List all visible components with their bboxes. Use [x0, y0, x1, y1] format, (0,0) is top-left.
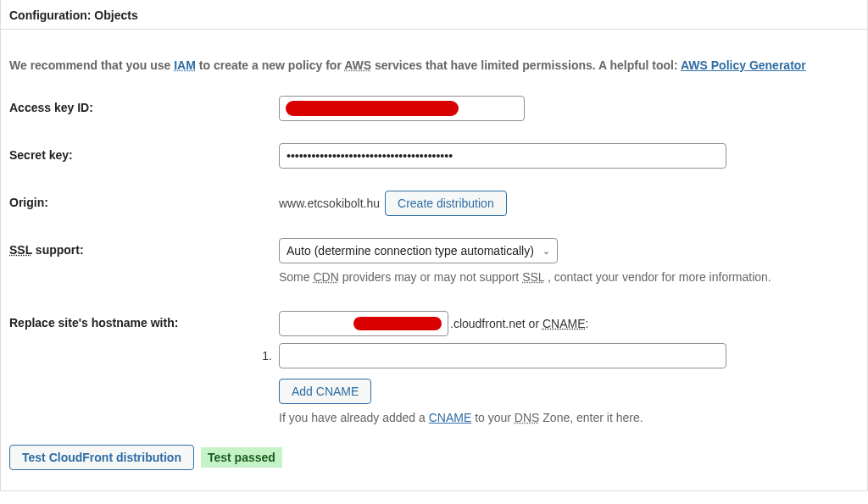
test-passed-badge: Test passed	[201, 447, 282, 468]
text: to your	[475, 411, 515, 424]
secret-key-input[interactable]	[279, 143, 726, 169]
row-hostname: Replace site's hostname with: .cloudfron…	[9, 311, 859, 424]
recommendation-text: We recommend that you use IAM to create …	[9, 58, 859, 72]
cname-index: 1.	[248, 349, 272, 363]
origin-value: www.etcsokibolt.hu	[279, 197, 380, 210]
row-access-key: Access key ID:	[9, 96, 859, 121]
create-distribution-button[interactable]: Create distribution	[385, 191, 507, 216]
text: Some	[279, 270, 313, 284]
cname-help-text: If you have already added a CNAME to you…	[279, 411, 859, 424]
ssl-select[interactable]: Auto (determine connection type automati…	[279, 238, 558, 263]
text: services that have limited permissions. …	[375, 58, 681, 72]
hostname-line: .cloudfront.net or CNAME:	[279, 311, 859, 336]
label-access-key: Access key ID:	[9, 96, 279, 114]
content-area: We recommend that you use IAM to create …	[1, 30, 867, 490]
cname-row-1: 1.	[279, 343, 859, 368]
cname-input-1[interactable]	[279, 343, 726, 368]
text: support:	[32, 243, 84, 257]
text: If you have already added a	[279, 411, 429, 424]
hostname-suffix: .cloudfront.net or CNAME:	[450, 317, 588, 330]
redaction-overlay-host	[279, 311, 448, 336]
text: Zone, enter it here.	[542, 411, 643, 424]
field-hostname: .cloudfront.net or CNAME: 1. Add CNAME I…	[279, 311, 859, 424]
ssl-selected-text: Auto (determine connection type automati…	[287, 244, 534, 258]
add-cname-area: Add CNAME	[279, 379, 859, 404]
text: :	[586, 317, 589, 330]
ssl-abbr-2: SSL	[522, 270, 544, 284]
add-cname-button[interactable]: Add CNAME	[279, 379, 371, 404]
label-ssl: SSL support:	[9, 238, 279, 257]
ssl-help-text: Some CDN providers may or may not suppor…	[279, 270, 859, 284]
text: to create a new policy for	[199, 58, 344, 72]
ssl-abbr: SSL	[9, 243, 32, 257]
field-origin: www.etcsokibolt.hu Create distribution	[279, 191, 859, 216]
cdn-abbr: CDN	[313, 270, 338, 284]
footer-row: Test CloudFront distribution Test passed	[9, 445, 859, 470]
dns-abbr: DNS	[515, 411, 540, 424]
config-objects-page: Configuration: Objects We recommend that…	[0, 0, 868, 491]
row-ssl: SSL support: Auto (determine connection …	[9, 238, 859, 284]
page-title: Configuration: Objects	[1, 0, 867, 30]
test-cloudfront-button[interactable]: Test CloudFront distribution	[9, 445, 194, 470]
iam-link[interactable]: IAM	[174, 58, 196, 72]
label-hostname: Replace site's hostname with:	[9, 311, 279, 330]
text: , contact your vendor for more informati…	[548, 270, 771, 284]
field-access-key	[279, 96, 859, 121]
field-secret-key	[279, 143, 859, 169]
redaction-overlay	[279, 96, 525, 121]
label-secret-key: Secret key:	[9, 143, 279, 162]
chevron-down-icon: ⌄	[542, 246, 550, 257]
row-secret-key: Secret key:	[9, 143, 859, 169]
row-origin: Origin: www.etcsokibolt.hu Create distri…	[9, 191, 859, 216]
text: .cloudfront.net or	[450, 317, 542, 330]
text: providers may or may not support	[342, 270, 522, 284]
aws-abbr: AWS	[344, 58, 371, 72]
hostname-input[interactable]	[279, 311, 448, 336]
cname-link[interactable]: CNAME	[429, 411, 472, 424]
access-key-input[interactable]	[279, 96, 525, 121]
cname-abbr: CNAME	[542, 317, 586, 330]
text: We recommend that you use	[9, 58, 174, 72]
field-ssl: Auto (determine connection type automati…	[279, 238, 859, 284]
aws-policy-generator-link[interactable]: AWS Policy Generator	[681, 58, 806, 72]
label-origin: Origin:	[9, 191, 279, 209]
